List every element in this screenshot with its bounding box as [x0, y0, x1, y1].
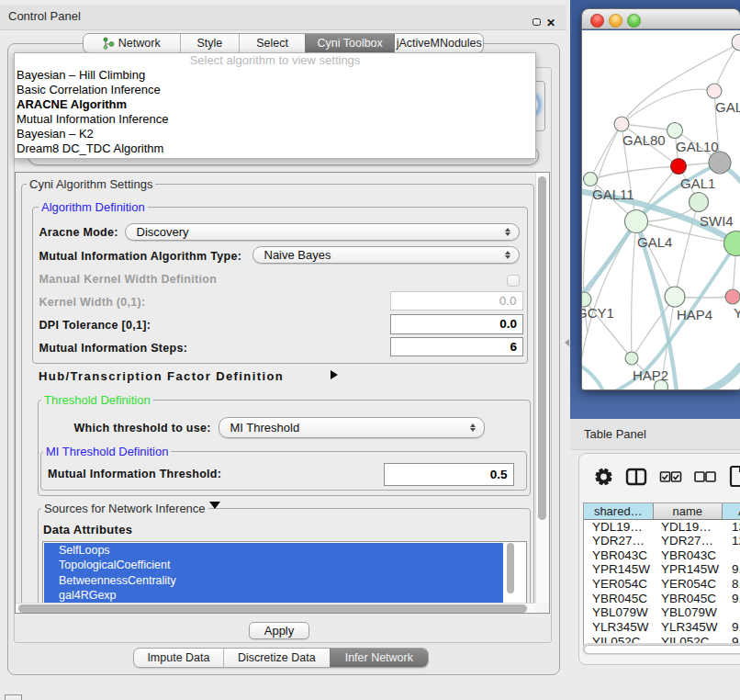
aracne-mode-value: Discovery	[137, 225, 189, 239]
group-title: Sources for Network Inference	[41, 502, 208, 515]
mi-steps-field[interactable]: 6	[390, 337, 523, 357]
combo-arrows-icon	[470, 418, 476, 437]
attribute-list-item[interactable]: TopologicalCoefficient	[44, 558, 504, 572]
node-label: HAP2	[633, 367, 668, 383]
apply-button[interactable]: Apply	[249, 622, 309, 639]
float-window-icon[interactable]	[533, 18, 541, 26]
vertical-scrollbar-thumb[interactable]	[538, 176, 546, 520]
table-cell: YDR27…	[654, 534, 723, 548]
tab-style[interactable]: Style	[180, 34, 240, 52]
manual-kernel-label: Manual Kernel Width Definition	[39, 273, 218, 286]
column-header[interactable]: A	[723, 503, 740, 519]
graph-node[interactable]	[667, 123, 683, 139]
tab-cyni-toolbox[interactable]: Cyni Toolbox	[305, 34, 395, 52]
node-label: SWI4	[700, 213, 734, 229]
table-scrollbar-thumb[interactable]	[584, 645, 740, 654]
table-row[interactable]: YBR045CYBR045C9.	[584, 592, 740, 606]
graph-node[interactable]	[707, 84, 722, 98]
graph-node[interactable]	[671, 159, 687, 175]
minimize-traffic-light-icon[interactable]	[609, 14, 622, 28]
table-cell	[723, 548, 740, 563]
dropdown-prompt: Select algorithm to view settings	[15, 53, 535, 68]
columns-icon[interactable]	[627, 469, 645, 484]
table-row[interactable]: YPR145WYPR145W9.	[584, 562, 740, 577]
table-cell: 9.	[723, 592, 740, 606]
network-icon	[103, 37, 115, 50]
table-cell: YER054C	[584, 577, 654, 592]
graph-node[interactable]	[614, 117, 629, 131]
document-icon[interactable]	[731, 467, 740, 486]
table-cell: YDR27…	[584, 534, 654, 548]
mi-type-combobox[interactable]: Naive Bayes	[252, 246, 521, 264]
dropdown-item[interactable]: Bayesian – Hill Climbing	[15, 68, 535, 83]
attribute-list-item[interactable]: gal4RGexp	[44, 588, 504, 603]
graph-node[interactable]	[732, 34, 740, 51]
partial-toolbar-button[interactable]	[5, 694, 22, 700]
graph-node[interactable]	[709, 152, 731, 174]
control-panel-title: Control Panel	[8, 9, 81, 23]
close-icon[interactable]: ✕	[546, 17, 555, 29]
manual-kernel-checkbox[interactable]	[507, 275, 520, 287]
splitter-collapse-icon[interactable]	[565, 339, 569, 346]
table-row[interactable]: YLR345WYLR345W9.	[584, 620, 740, 635]
unchecked-pair-icon[interactable]	[695, 472, 715, 481]
list-scrollbar-thumb[interactable]	[507, 543, 515, 593]
kernel-width-label: Kernel Width (0,1):	[39, 296, 146, 309]
checked-pair-icon[interactable]	[661, 472, 681, 481]
kernel-width-field[interactable]: 0.0	[390, 291, 523, 310]
table-cell: YBR043C	[584, 548, 654, 563]
dropdown-item[interactable]: Bayesian – K2	[15, 127, 535, 141]
scrollbar-corner	[535, 603, 549, 613]
data-attributes-list[interactable]: SelfLoopsTopologicalCoefficientBetweenne…	[42, 541, 528, 604]
collapse-arrow-icon[interactable]	[209, 502, 220, 509]
table-toolbar	[579, 454, 740, 502]
network-canvas[interactable]: GALGAL80GAL10GAL1GAL11SWI4GAL4GCY1HAP4YH…	[582, 30, 740, 390]
hub-section-label[interactable]: Hub/Transcription Factor Definition	[39, 369, 284, 383]
attribute-list-item[interactable]: SelfLoops	[44, 543, 504, 558]
zoom-traffic-light-icon[interactable]	[627, 14, 641, 28]
table-horizontal-scrollbar[interactable]	[582, 643, 740, 655]
dropdown-item[interactable]: ARACNE Algorithm	[15, 97, 535, 112]
aracne-mode-combobox[interactable]: Discovery	[125, 223, 521, 241]
dropdown-item[interactable]: Dream8 DC_TDC Algorithm	[15, 141, 535, 156]
dropdown-item[interactable]: Basic Correlation Inference	[15, 83, 535, 97]
horizontal-scrollbar-thumb[interactable]	[18, 604, 527, 613]
horizontal-scrollbar[interactable]	[16, 603, 536, 613]
attribute-list-item[interactable]: BetweennessCentrality	[44, 573, 504, 588]
network-graph: GALGAL80GAL10GAL1GAL11SWI4GAL4GCY1HAP4YH…	[582, 30, 740, 390]
expand-arrow-icon[interactable]	[331, 370, 338, 379]
graph-node[interactable]	[625, 352, 638, 365]
table-row[interactable]: YDR27…YDR27…12	[584, 534, 740, 548]
table-cell: YLR345W	[654, 620, 723, 635]
table-row[interactable]: YBR043CYBR043C	[584, 548, 740, 563]
combo-arrows-icon	[505, 247, 510, 263]
graph-node[interactable]	[725, 289, 740, 304]
column-header[interactable]: shared…	[584, 503, 654, 519]
graph-node[interactable]	[665, 287, 685, 307]
tab-jactivemnodules[interactable]: jActiveMNodules	[394, 34, 483, 52]
gear-icon[interactable]	[595, 469, 611, 485]
graph-node[interactable]	[584, 173, 598, 186]
column-header[interactable]: name	[654, 503, 723, 519]
tab-select[interactable]: Select	[239, 34, 305, 52]
tab-infer-network[interactable]: Infer Network	[330, 649, 428, 667]
mi-type-value: Naive Bayes	[264, 248, 331, 262]
table-cell: 9.	[723, 620, 740, 635]
graph-node[interactable]	[625, 210, 648, 233]
node-label: GAL1	[680, 175, 715, 191]
tab-discretize-data[interactable]: Discretize Data	[223, 649, 330, 667]
tab-impute-data[interactable]: Impute Data	[134, 649, 223, 667]
mi-threshold-field[interactable]: 0.5	[384, 463, 514, 486]
mi-threshold-label: Mutual Information Threshold:	[48, 468, 221, 480]
which-threshold-combobox[interactable]: MI Threshold	[219, 417, 486, 438]
table-row[interactable]: YDL19…YDL19…13	[584, 520, 740, 535]
dpi-tolerance-field[interactable]: 0.0	[390, 314, 523, 334]
close-traffic-light-icon[interactable]	[590, 14, 604, 28]
table-row[interactable]: YBL079WYBL079W	[584, 605, 740, 620]
dropdown-item[interactable]: Mutual Information Inference	[15, 112, 535, 127]
table-row[interactable]: YER054CYER054C8.	[584, 577, 740, 592]
network-window-titlebar[interactable]	[582, 9, 740, 29]
tab-network[interactable]: Network	[84, 34, 180, 52]
graph-node[interactable]	[690, 193, 709, 212]
vertical-scrollbar[interactable]	[535, 173, 549, 613]
